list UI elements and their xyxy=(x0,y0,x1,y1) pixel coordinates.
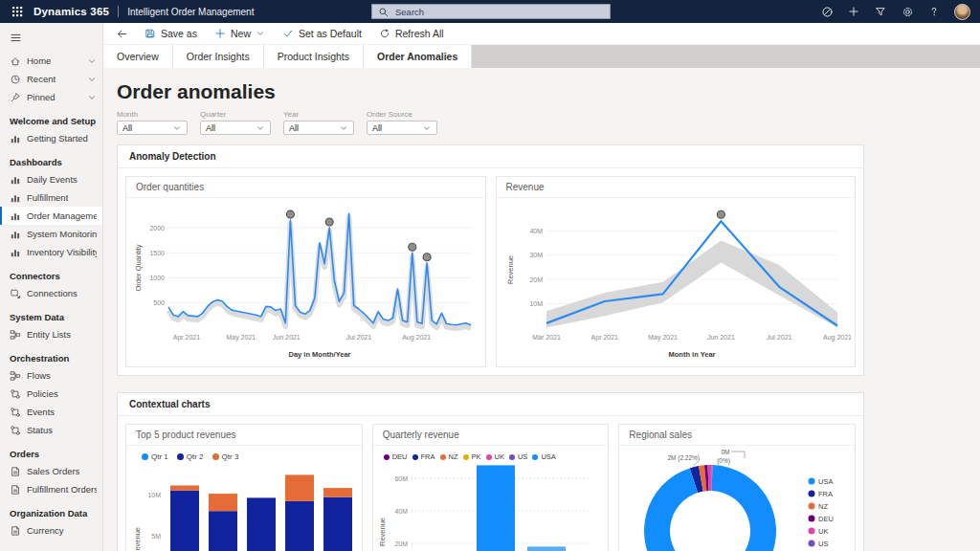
chart-title-quarterly: Quarterly revenue xyxy=(373,425,609,446)
legend-swatch xyxy=(532,454,538,460)
bar-segment-qtr2 xyxy=(285,501,314,551)
filter-dropdown-year[interactable]: All xyxy=(283,121,354,135)
legend-item-us[interactable]: US xyxy=(509,452,527,461)
legend-label: FRA xyxy=(818,490,833,498)
sidebar-item-order-management[interactable]: Order Management xyxy=(0,207,102,225)
sidebar-item-events[interactable]: Events xyxy=(0,403,102,421)
filter-label: Quarter xyxy=(200,110,271,119)
chart-order-quantities[interactable]: 500 1000 1500 2000Apr 2021May 2021Jun 20… xyxy=(126,198,485,366)
legend-item-deu[interactable]: DEU xyxy=(384,452,408,461)
help-icon[interactable] xyxy=(927,5,941,18)
sidebar-section-welcome-and-setup: Welcome and Setup xyxy=(0,113,102,129)
filter-icon[interactable] xyxy=(874,5,887,18)
legend-item-pk[interactable]: PK xyxy=(463,452,481,461)
svg-text:Jun 2021: Jun 2021 xyxy=(706,334,734,341)
filter-value: All xyxy=(206,123,215,133)
sidebar-item-system-monitoring[interactable]: System Monitoring xyxy=(0,225,102,243)
sidebar-item-inventory-visibility[interactable]: Inventory Visibility xyxy=(0,243,102,261)
document-icon xyxy=(10,525,21,537)
filter-dropdown-month[interactable]: All xyxy=(117,121,188,135)
filter-label: Order Source xyxy=(367,110,437,119)
sidebar-item-sales-orders[interactable]: Sales Orders xyxy=(0,462,102,480)
legend-item-nz[interactable]: NZ xyxy=(440,452,458,461)
search-input[interactable] xyxy=(371,4,611,19)
hamburger-menu-icon[interactable] xyxy=(0,25,102,52)
sidebar-item-home[interactable]: Home xyxy=(0,52,102,70)
chevron-down-icon xyxy=(422,123,432,133)
chevron-down-icon[interactable] xyxy=(87,75,97,84)
legend-label: USA xyxy=(818,477,833,486)
sidebar-item-connections[interactable]: Connections xyxy=(0,284,102,302)
topbar-actions xyxy=(820,4,970,20)
tab-product-insights[interactable]: Product Insights xyxy=(264,45,364,68)
confidence-band xyxy=(546,241,837,328)
legend-item-uk[interactable]: UK xyxy=(486,452,504,461)
sidebar-item-policies[interactable]: Policies xyxy=(0,385,102,403)
document-icon xyxy=(10,484,21,496)
svg-text:Month in Year: Month in Year xyxy=(668,350,715,359)
svg-text:Aug 2021: Aug 2021 xyxy=(402,334,431,342)
svg-text:Order Quantity: Order Quantity xyxy=(134,244,143,291)
sidebar-section-organization-data: Organization Data xyxy=(0,505,102,521)
tab-order-insights[interactable]: Order Insights xyxy=(173,45,264,68)
brand[interactable]: Dynamics 365 xyxy=(33,6,109,17)
legend-label: PK xyxy=(472,452,481,461)
new-button[interactable]: New xyxy=(207,23,273,45)
search-icon xyxy=(377,5,390,18)
clock-icon xyxy=(10,74,21,85)
filter-label: Month xyxy=(117,110,188,119)
chart-top5-product-revenues[interactable]: 5M10MRevenue xyxy=(126,463,362,551)
svg-text:Day in Month/Year: Day in Month/Year xyxy=(288,350,350,359)
back-button[interactable] xyxy=(109,28,135,40)
donut-callout: (0%) xyxy=(717,457,730,465)
save-as-button[interactable]: Save as xyxy=(137,23,205,45)
legend-item-qtr-1[interactable]: Qtr 1 xyxy=(142,452,168,461)
bar-segment-qtr3 xyxy=(285,474,314,501)
sidebar-item-entity-lists[interactable]: Entity Lists xyxy=(0,325,102,343)
waffle-icon[interactable] xyxy=(10,4,25,19)
chevron-down-icon[interactable] xyxy=(87,56,97,66)
sidebar-item-currency[interactable]: Currency xyxy=(0,521,102,540)
sidebar-item-daily-events[interactable]: Daily Events xyxy=(0,170,102,188)
sidebar-section-orchestration: Orchestration xyxy=(0,350,102,366)
add-icon[interactable] xyxy=(847,5,860,18)
settings-gear-icon[interactable] xyxy=(901,5,914,18)
sidebar-item-status[interactable]: Status xyxy=(0,421,102,439)
compass-icon[interactable] xyxy=(820,5,834,18)
sidebar-item-recent[interactable]: Recent xyxy=(0,70,102,88)
legend-item-qtr-3[interactable]: Qtr 3 xyxy=(212,452,239,461)
legend-item-fra[interactable]: FRA xyxy=(412,452,435,461)
search-field[interactable] xyxy=(393,6,605,18)
avatar[interactable] xyxy=(954,4,970,20)
section-title-contextual-charts: Contextual charts xyxy=(118,393,863,416)
sidebar-item-pinned[interactable]: Pinned xyxy=(0,88,102,106)
check-icon xyxy=(282,28,294,39)
legend-item-usa[interactable]: USA xyxy=(532,452,555,461)
svg-text:Jul 2021: Jul 2021 xyxy=(766,334,791,341)
donut-callout: 2M (2.22%) xyxy=(668,454,701,462)
sidebar-item-flows[interactable]: Flows xyxy=(0,366,102,385)
sidebar-item-fulfillment-orders[interactable]: Fulfillment Orders xyxy=(0,480,102,498)
revenue-card: Revenue 10M 20M 30M 40MMar 2021Apr 2021M… xyxy=(496,176,857,367)
svg-text:Apr 2021: Apr 2021 xyxy=(590,334,618,342)
chevron-down-icon[interactable] xyxy=(87,93,97,102)
sidebar-item-label: Status xyxy=(27,425,53,435)
hierarchy-icon xyxy=(10,370,21,382)
sidebar-item-fulfillment[interactable]: Fulfillment xyxy=(0,188,102,207)
chart-quarterly-revenue[interactable]: 20M 40M 60MRevenue xyxy=(373,463,609,551)
refresh-all-button[interactable]: Refresh All xyxy=(371,23,452,45)
anomaly-detection-card: Anomaly Detection Order quantities 500 1… xyxy=(117,144,864,376)
tab-overview[interactable]: Overview xyxy=(103,45,173,68)
filter-dropdown-quarter[interactable]: All xyxy=(200,121,271,135)
chart-regional-sales[interactable]: 2M (2.22%)0M(0%) USA FRA NZ DEU UK US xyxy=(619,446,855,551)
chevron-down-icon[interactable] xyxy=(256,29,265,38)
set-as-default-button[interactable]: Set as Default xyxy=(275,23,369,45)
bar-chart-icon xyxy=(10,210,21,222)
tab-order-anomalies[interactable]: Order Anomalies xyxy=(364,45,472,68)
svg-text:30M: 30M xyxy=(529,252,543,258)
legend-item-qtr-2[interactable]: Qtr 2 xyxy=(177,452,204,461)
filter-dropdown-order-source[interactable]: All xyxy=(367,121,437,135)
sidebar-item-getting-started[interactable]: Getting Started xyxy=(0,129,102,147)
sidebar-item-label: Fulfillment Orders xyxy=(27,484,97,495)
chart-revenue[interactable]: 10M 20M 30M 40MMar 2021Apr 2021May 2021J… xyxy=(497,198,856,366)
